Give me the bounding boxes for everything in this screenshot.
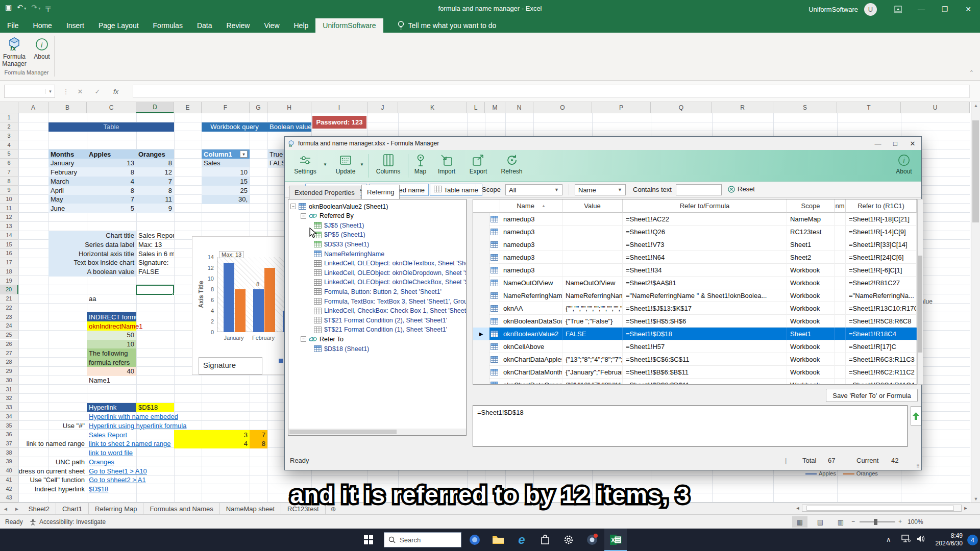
row-header-7[interactable]: 7 <box>0 167 18 177</box>
cell-D17[interactable]: Signature: <box>136 258 174 267</box>
row-header-30[interactable]: 30 <box>0 375 18 385</box>
column-header-P[interactable]: P <box>592 102 651 113</box>
tree-item[interactable]: NameReferringName <box>288 249 466 259</box>
row-header-15[interactable]: 15 <box>0 240 18 249</box>
cell-G36[interactable]: 7 <box>250 430 267 439</box>
restore-button[interactable]: ❐ <box>933 0 957 18</box>
column-header-N[interactable]: N <box>505 102 533 113</box>
cell-F9[interactable]: 25 <box>202 186 250 195</box>
row-header-40[interactable]: 40 <box>0 466 18 475</box>
cell-D16[interactable]: Sales in 6 months <box>136 249 174 258</box>
tray-expand-icon[interactable]: ∧ <box>886 536 891 543</box>
cell-B7[interactable]: February <box>48 167 87 177</box>
save-refer-to-button[interactable]: Save 'Refer To' or Formula <box>826 389 918 402</box>
ribbon-tab-insert[interactable]: Insert <box>59 18 91 33</box>
tree-item[interactable]: LinkedCell, OLEObject: oknOleCheckBox, S… <box>288 278 466 287</box>
table-row-oknBooleanValue2[interactable]: ▶oknBooleanValue2FALSE=Sheet1!$D$18Sheet… <box>473 328 917 340</box>
table-row-namedup3[interactable]: namedup3=Sheet1!Q26RC123test=Sheet1!R[-1… <box>473 226 917 238</box>
collapse-icon[interactable]: − <box>301 336 306 342</box>
row-header-34[interactable]: 34 <box>0 412 18 421</box>
table-row-NameReferringName[interactable]: NameReferringNameNameReferringName F...=… <box>473 289 917 302</box>
zoom-slider[interactable] <box>860 521 895 522</box>
cell-C35[interactable]: Hyperlink using hyperlink formula <box>87 421 202 430</box>
names-table[interactable]: Name▲ValueRefer to/FormulaScopenmRefer t… <box>473 199 917 385</box>
network-icon[interactable] <box>901 535 911 544</box>
hscroll-left-icon[interactable]: ◄ <box>794 506 802 511</box>
column-header-G[interactable]: G <box>250 102 267 113</box>
tab-scroll-left-icon[interactable]: ◄ <box>0 503 11 514</box>
cell-C23[interactable]: INDIRECT formula <box>87 312 136 321</box>
signature-textbox[interactable]: Signature <box>199 357 262 374</box>
cell-D9[interactable]: 8 <box>136 186 174 195</box>
cell-C28[interactable]: formula refers <box>87 358 136 367</box>
cell-B17[interactable]: Text box inside chart <box>48 258 136 267</box>
ribbon-tab-review[interactable]: Review <box>219 18 257 33</box>
table-header-refer-to-r1c1-[interactable]: Refer to (R1C1) <box>846 199 917 213</box>
tree-item[interactable]: Formula, Button: Button 2, Sheet 'Sheet1… <box>288 287 466 296</box>
insert-function-icon[interactable]: fx <box>109 85 122 98</box>
cell-F10[interactable]: 30, <box>202 195 250 204</box>
table-row-namedup3[interactable]: namedup3=Sheet1!V73Sheet1=Sheet1!R[33]C[… <box>473 238 917 251</box>
row-header-43[interactable]: 43 <box>0 493 18 503</box>
row-header-14[interactable]: 14 <box>0 231 18 240</box>
dialog-minimize-button[interactable]: — <box>869 137 887 150</box>
vscroll-thumb[interactable] <box>972 120 979 222</box>
cell-D14[interactable]: Sales Report <box>136 231 174 240</box>
table-row-NameOutOfView[interactable]: NameOutOfViewNameOutOfView=Sheet2!$AA$81… <box>473 277 917 289</box>
table-row-oknChartDataOranges[interactable]: oknChartDataOranges{"8";"12";"7";"8";"11… <box>473 379 917 385</box>
cell-B14[interactable]: Chart title <box>48 231 136 240</box>
zoom-out-icon[interactable]: − <box>851 518 855 525</box>
cell-C10[interactable]: 7 <box>87 195 136 204</box>
cell-C21[interactable]: aa <box>87 294 136 304</box>
dialog-title-bar[interactable]: fx formula and name manager.xlsx - Formu… <box>285 137 921 150</box>
chevron-down-icon[interactable]: ▼ <box>360 162 364 167</box>
column-header-F[interactable]: F <box>202 102 250 113</box>
avatar[interactable]: U <box>864 3 877 16</box>
column-header-T[interactable]: T <box>837 102 901 113</box>
cell-B10[interactable]: May <box>48 195 87 204</box>
export-button[interactable]: Export <box>464 153 492 175</box>
cell-C5[interactable]: Apples <box>87 149 136 159</box>
row-header-27[interactable]: 27 <box>0 348 18 358</box>
table-row-oknBooleanDataSource[interactable]: oknBooleanDataSource{"True ";"False"}=Sh… <box>473 315 917 328</box>
dialog-maximize-button[interactable]: □ <box>887 137 904 150</box>
cell-C7[interactable]: 8 <box>87 167 136 177</box>
normal-view-button[interactable]: ▦ <box>792 516 807 528</box>
row-header-25[interactable]: 25 <box>0 331 18 340</box>
ribbon-tab-formulas[interactable]: Formulas <box>146 18 190 33</box>
zoom-in-icon[interactable]: + <box>898 518 902 525</box>
cell-B18[interactable]: A boolean value <box>48 267 136 277</box>
row-header-28[interactable]: 28 <box>0 358 18 367</box>
cell-B16[interactable]: Horizontal axis title <box>48 249 136 258</box>
row-header-10[interactable]: 10 <box>0 195 18 204</box>
cell-D5[interactable]: Oranges <box>136 149 174 159</box>
edge-icon[interactable]: e <box>510 529 533 551</box>
row-header-39[interactable]: 39 <box>0 457 18 466</box>
horizontal-scrollbar[interactable]: ◄ ► <box>794 504 970 512</box>
columns-button[interactable]: Columns <box>373 153 404 175</box>
ribbon-tab-home[interactable]: Home <box>26 18 59 33</box>
ribbon-display-options-icon[interactable] <box>886 0 910 18</box>
table-row-namedup3[interactable]: namedup3=Sheet1!I34Workbook=Sheet1!R[-6]… <box>473 264 917 277</box>
row-header-20[interactable]: 20 <box>0 285 18 294</box>
sheet-tab-namemap-sheet[interactable]: NameMap sheet <box>220 503 281 514</box>
cell-C26[interactable]: 10 <box>87 340 136 349</box>
zoom-level[interactable]: 100% <box>908 518 923 525</box>
column-header-Q[interactable]: Q <box>651 102 712 113</box>
store-icon[interactable] <box>534 529 556 551</box>
about-button[interactable]: i About <box>29 36 55 60</box>
tell-me-box[interactable]: Tell me what you want to do <box>398 18 497 33</box>
row-header-21[interactable]: 21 <box>0 294 18 304</box>
cell-F7[interactable]: 10 <box>202 167 250 177</box>
apply-up-button[interactable] <box>911 406 921 425</box>
column-header-O[interactable]: O <box>533 102 592 113</box>
row-header-1[interactable]: 1 <box>0 113 18 122</box>
column-header-I[interactable]: I <box>311 102 368 113</box>
settings-icon[interactable] <box>557 529 580 551</box>
column-header-R[interactable]: R <box>712 102 773 113</box>
cell-D6[interactable]: 8 <box>136 159 174 168</box>
cell-F5[interactable]: Column1▾ <box>202 149 250 159</box>
tree-item[interactable]: LinkedCell, OLEObject: oknOleDropdown, S… <box>288 268 466 278</box>
table-header-scope[interactable]: Scope <box>787 199 835 213</box>
row-header-36[interactable]: 36 <box>0 430 18 439</box>
